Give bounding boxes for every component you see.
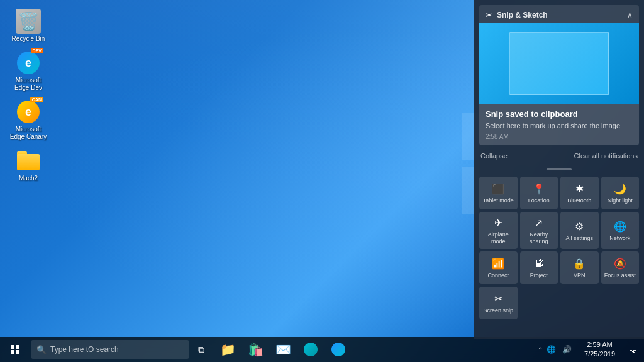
connect-icon: 📶 [492, 258, 504, 270]
clock-display[interactable]: 2:59 AM 7/25/2019 [578, 337, 621, 362]
quick-actions-divider [547, 168, 572, 170]
night-light-icon: 🌙 [614, 183, 626, 195]
connect-label: Connect [487, 272, 509, 279]
taskbar-pinned-apps: 📁 🛍️ ✉️ [214, 337, 352, 362]
quick-action-vpn[interactable]: 🔒 VPN [560, 251, 599, 284]
focus-assist-icon: 🔕 [614, 258, 626, 270]
edge-icon [331, 343, 345, 356]
quick-action-network[interactable]: 🌐 Network [601, 212, 640, 249]
screen-snip-label: Screen snip [483, 307, 513, 314]
taskbar-app-unknown[interactable] [297, 337, 325, 362]
all-settings-icon: ⚙ [575, 221, 584, 233]
quick-action-airplane-mode[interactable]: ✈ Airplane mode [479, 212, 518, 249]
action-center-panel: ✂ Snip & Sketch ∧ Snip saved to clipboar… [474, 0, 644, 339]
bluetooth-label: Bluetooth [567, 197, 591, 204]
desktop-icon-mach2[interactable]: Mach2 [6, 146, 50, 185]
quick-action-all-settings[interactable]: ⚙ All settings [560, 212, 599, 249]
quick-action-nearby-sharing[interactable]: ↗ Nearby sharing [520, 212, 558, 249]
mach2-label: Mach2 [19, 175, 38, 182]
notification-card[interactable]: ✂ Snip & Sketch ∧ Snip saved to clipboar… [479, 5, 639, 145]
project-label: Project [530, 272, 548, 279]
taskbar-right: ⌃ 🌐 🔊 2:59 AM 7/25/2019 🗨 [534, 337, 644, 362]
edge-dev-icon: e DEV [16, 50, 41, 75]
quick-action-night-light[interactable]: 🌙 Night light [601, 177, 640, 209]
project-icon: 📽 [534, 258, 544, 270]
network-label: Network [609, 235, 630, 242]
desktop-icon-recycle-bin[interactable]: 🗑️ Recycle Bin [6, 6, 50, 45]
screen-snip-icon: ✂ [494, 293, 502, 305]
desktop: 🗑️ Recycle Bin e DEV Microsoft Edge Dev … [0, 0, 644, 362]
night-light-label: Night light [608, 197, 633, 204]
start-button[interactable] [0, 337, 30, 362]
notification-footer: Collapse Clear all notifications [474, 148, 644, 163]
notification-description: Select here to mark up and share the ima… [486, 121, 633, 131]
clear-all-notifications-button[interactable]: Clear all notifications [574, 152, 638, 160]
notification-center-icon: 🗨 [628, 344, 637, 354]
desktop-icon-edge-canary[interactable]: e CAN Microsoft Edge Canary [6, 97, 50, 143]
clock-time: 2:59 AM [587, 340, 612, 349]
system-tray: ⌃ 🌐 🔊 [534, 337, 578, 362]
all-settings-label: All settings [565, 235, 593, 242]
notification-collapse-chevron[interactable]: ∧ [627, 11, 633, 19]
search-placeholder-text: Type here tO search [50, 345, 119, 354]
location-icon: 📍 [533, 183, 545, 195]
taskbar-app-edge[interactable] [325, 337, 352, 362]
store-icon: 🛍️ [248, 342, 264, 357]
focus-assist-label: Focus assist [604, 272, 636, 279]
notification-center-button[interactable]: 🗨 [621, 337, 644, 362]
airplane-mode-label: Airplane mode [482, 231, 515, 245]
search-icon: 🔍 [36, 345, 47, 354]
tablet-mode-icon: ⬛ [492, 183, 504, 195]
mach2-icon [16, 148, 41, 173]
vpn-label: VPN [574, 272, 586, 279]
snip-sketch-icon: ✂ [486, 10, 493, 20]
nearby-sharing-icon: ↗ [535, 217, 543, 229]
bluetooth-icon: ✱ [575, 183, 584, 195]
file-explorer-icon: 📁 [220, 342, 236, 357]
notification-app-name: Snip & Sketch [497, 11, 623, 19]
vpn-icon: 🔒 [573, 258, 586, 270]
clock-date: 7/25/2019 [584, 349, 615, 359]
task-view-icon: ⧉ [198, 344, 204, 355]
notification-title: Snip saved to clipboard [486, 109, 633, 119]
tray-volume-icon[interactable]: 🔊 [560, 345, 574, 354]
quick-action-focus-assist[interactable]: 🔕 Focus assist [601, 251, 640, 284]
taskbar-app-mail[interactable]: ✉️ [269, 337, 297, 362]
taskbar-search-box[interactable]: 🔍 Type here tO search [31, 340, 189, 359]
desktop-icon-edge-dev[interactable]: e DEV Microsoft Edge Dev [6, 48, 50, 94]
taskbar-app-store[interactable]: 🛍️ [242, 337, 269, 362]
mail-icon: ✉️ [275, 342, 291, 357]
taskbar: 🔍 Type here tO search ⧉ 📁 🛍️ ✉️ [0, 337, 644, 362]
recycle-bin-label: Recycle Bin [12, 35, 45, 43]
edge-canary-label: Microsoft Edge Canary [9, 126, 48, 141]
edge-dev-badge: DEV [31, 48, 43, 53]
location-label: Location [528, 197, 550, 204]
quick-action-bluetooth[interactable]: ✱ Bluetooth [560, 177, 599, 209]
airplane-mode-icon: ✈ [494, 217, 502, 229]
unknown-app-icon [304, 343, 318, 356]
quick-action-tablet-mode[interactable]: ⬛ Tablet mode [479, 177, 518, 209]
start-icon [11, 345, 19, 354]
edge-canary-badge: CAN [30, 97, 43, 102]
taskbar-app-file-explorer[interactable]: 📁 [214, 337, 242, 362]
quick-action-connect[interactable]: 📶 Connect [479, 251, 518, 284]
notification-header: ✂ Snip & Sketch ∧ [479, 5, 639, 23]
network-icon: 🌐 [614, 221, 626, 233]
notification-time: 2:58 AM [486, 133, 633, 140]
tray-expand-chevron[interactable]: ⌃ [538, 346, 543, 353]
quick-actions-grid: ⬛ Tablet mode 📍 Location ✱ Bluetooth 🌙 N… [474, 174, 644, 322]
quick-action-screen-snip[interactable]: ✂ Screen snip [479, 287, 518, 319]
tray-network-icon[interactable]: 🌐 [544, 345, 558, 354]
notification-body: Snip saved to clipboard Select here to m… [479, 104, 639, 145]
snip-preview-image [509, 32, 609, 95]
quick-action-project[interactable]: 📽 Project [520, 251, 558, 284]
collapse-button[interactable]: Collapse [480, 152, 508, 160]
desktop-icon-area: 🗑️ Recycle Bin e DEV Microsoft Edge Dev … [6, 6, 50, 185]
edge-dev-label: Microsoft Edge Dev [9, 77, 48, 92]
notification-image [479, 23, 639, 104]
nearby-sharing-label: Nearby sharing [523, 231, 556, 245]
edge-canary-icon: e CAN [16, 99, 41, 124]
quick-action-location[interactable]: 📍 Location [520, 177, 558, 209]
recycle-bin-icon: 🗑️ [16, 9, 41, 34]
task-view-button[interactable]: ⧉ [189, 337, 214, 362]
